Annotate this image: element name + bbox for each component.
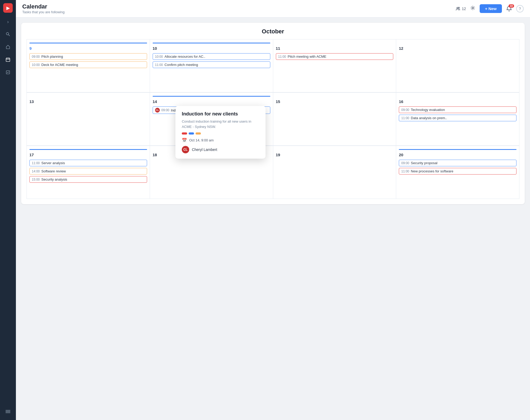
day-bar <box>153 43 270 43</box>
day-number: 15 <box>276 99 394 104</box>
calendar-day-15: 15 <box>273 93 396 146</box>
svg-point-10 <box>457 7 458 8</box>
users-count: 12 <box>462 7 466 11</box>
event-deck-acme[interactable]: 10:00 Deck for ACME meeting <box>29 61 147 68</box>
svg-point-11 <box>458 7 460 8</box>
topbar: Calendar Tasks that you are following 12… <box>16 0 530 17</box>
event-pitch-meeting-acme[interactable]: 11:00 Pitch meeting with ACME <box>276 53 394 60</box>
popup-description: Conduct induction training for all new u… <box>182 119 259 129</box>
event-pitch-planning[interactable]: 09:00 Pitch planning <box>29 53 147 60</box>
topbar-actions: 12 + New 10 ? <box>456 4 524 13</box>
day-bar <box>29 149 147 150</box>
calendar-icon-small: 📅 <box>182 138 187 143</box>
today-bar <box>29 43 147 43</box>
svg-rect-2 <box>6 58 10 62</box>
day-bar <box>29 96 147 97</box>
calendar-day-13: 13 <box>27 93 150 146</box>
svg-point-12 <box>472 7 474 9</box>
calendar-day-9: 9 09:00 Pitch planning 10:00 Deck for AC… <box>27 39 150 92</box>
event-security-analysis[interactable]: 15:00 Security analysis <box>29 176 147 183</box>
day-number: 12 <box>399 46 516 51</box>
calendar-container: October 9 09:00 Pitch planning 10:00 Dec… <box>16 17 530 420</box>
svg-rect-8 <box>6 411 10 412</box>
event-software-review[interactable]: 14:00 Software review <box>29 168 147 175</box>
popup-date: 📅 Oct 14, 9:00 am <box>182 138 259 143</box>
calendar-day-16: 16 09:00 Technology evaluation 11:00 Dat… <box>396 93 519 146</box>
calendar-day-19: 19 <box>273 146 396 199</box>
day-number: 19 <box>276 153 394 157</box>
month-title: October <box>26 28 519 35</box>
popup-title: Induction for new clients <box>182 111 259 117</box>
page-subtitle: Tasks that you are following <box>22 10 451 14</box>
event-tech-eval[interactable]: 09:00 Technology evaluation <box>399 106 516 113</box>
users-count-area[interactable]: 12 <box>456 6 466 11</box>
popup-date-text: Oct 14, 9:00 am <box>189 138 214 142</box>
user-name: Cheryl Lambert <box>192 148 217 152</box>
calendar-card: October 9 09:00 Pitch planning 10:00 Dec… <box>21 23 525 204</box>
day-bar <box>276 96 394 97</box>
calendar-week-2: 13 14 CL 09:00 Ind 15 <box>26 92 519 146</box>
event-security-proposal[interactable]: 09:00 Security proposal <box>399 160 516 166</box>
dot-blue <box>189 132 194 135</box>
home-icon[interactable] <box>3 42 13 52</box>
event-data-analysis[interactable]: 11:00 Data analysis on prem.. <box>399 115 516 121</box>
sidebar: ▶ › <box>0 0 16 420</box>
user-initials: CL <box>183 148 188 151</box>
day-bar <box>276 43 394 43</box>
dot-red <box>182 132 187 135</box>
day-bar <box>276 149 394 150</box>
event-popup[interactable]: Induction for new clients Conduct induct… <box>175 106 266 159</box>
day-number: 17 <box>29 153 147 157</box>
search-icon[interactable] <box>3 29 13 39</box>
app-logo[interactable]: ▶ <box>3 3 13 13</box>
help-button[interactable]: ? <box>516 5 524 12</box>
calendar-week-3: 17 11:00 Server analysis 14:00 Software … <box>26 146 519 199</box>
event-avatar: CL <box>155 108 160 113</box>
day-number: 16 <box>399 99 516 104</box>
user-avatar: CL <box>182 146 189 153</box>
calendar-day-12: 12 <box>396 39 519 92</box>
day-bar <box>399 96 516 97</box>
page-title: Calendar <box>22 3 451 10</box>
popup-user: CL Cheryl Lambert <box>182 146 259 153</box>
dot-yellow <box>196 132 201 135</box>
notifications-button[interactable]: 10 <box>506 6 512 12</box>
new-button[interactable]: + New <box>480 4 502 13</box>
day-bar <box>399 43 516 43</box>
day-number: 14 <box>153 99 270 104</box>
svg-rect-7 <box>6 410 10 411</box>
settings-icon[interactable] <box>470 5 475 12</box>
calendar-day-10: 10 10:00 Allocate resources for AC.. 11:… <box>150 39 273 92</box>
svg-line-1 <box>8 35 10 36</box>
calendar-day-11: 11 11:00 Pitch meeting with ACME <box>273 39 396 92</box>
notification-badge: 10 <box>509 4 514 8</box>
calendar-week-1: 9 09:00 Pitch planning 10:00 Deck for AC… <box>26 39 519 92</box>
topbar-title-area: Calendar Tasks that you are following <box>22 3 451 14</box>
event-new-processes[interactable]: 11:00 New processes for software <box>399 168 516 175</box>
day-number: 9 <box>29 46 147 51</box>
sidebar-toggle[interactable]: › <box>5 17 11 27</box>
day-number: 13 <box>29 99 147 104</box>
day-bar <box>399 149 516 150</box>
event-confirm-pitch[interactable]: 11:00 Confirm pitch meeting <box>153 61 270 68</box>
popup-color-dots <box>182 132 259 135</box>
event-server-analysis[interactable]: 11:00 Server analysis <box>29 160 147 166</box>
event-allocate-resources[interactable]: 10:00 Allocate resources for AC.. <box>153 53 270 60</box>
menu-icon[interactable] <box>3 406 13 417</box>
calendar-icon[interactable] <box>3 54 13 65</box>
calendar-day-20: 20 09:00 Security proposal 11:00 New pro… <box>396 146 519 199</box>
svg-rect-9 <box>6 413 10 413</box>
tasks-icon[interactable] <box>3 67 13 78</box>
day-number: 20 <box>399 153 516 157</box>
calendar-day-17: 17 11:00 Server analysis 14:00 Software … <box>27 146 150 199</box>
day-bar <box>153 96 270 97</box>
main-content: Calendar Tasks that you are following 12… <box>16 0 530 420</box>
day-number: 10 <box>153 46 270 51</box>
day-number: 11 <box>276 46 394 51</box>
